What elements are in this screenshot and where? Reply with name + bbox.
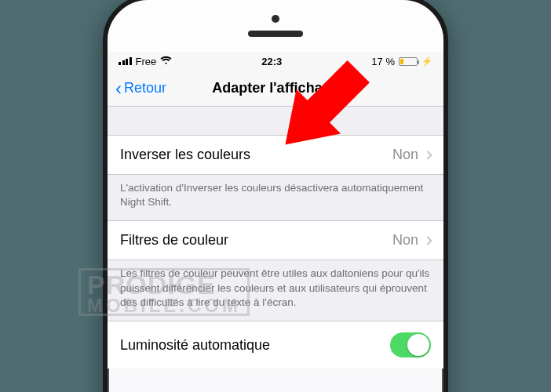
color-filters-label: Filtres de couleur [120,232,228,249]
battery-icon [399,57,418,66]
chevron-right-icon [423,236,432,245]
chevron-left-icon: ‹ [115,79,122,98]
back-label: Retour [124,80,166,96]
color-filters-value: Non [392,232,418,249]
invert-colors-value: Non [392,147,418,163]
chevron-right-icon [423,151,432,159]
wifi-icon [160,55,172,67]
charging-icon: ⚡ [421,56,432,67]
earpiece-speaker [248,31,303,37]
auto-brightness-row: Luminosité automatique [108,321,443,368]
mute-switch [103,94,104,122]
power-button [447,129,448,181]
nav-bar: ‹ Retour Adapter l'affichage [108,71,443,107]
invert-colors-label: Inverser les couleurs [120,147,250,163]
carrier-label: Free [136,56,157,67]
color-filters-footer: Les filtres de couleur peuvent être util… [108,260,443,321]
invert-colors-footer: L'activation d'Inverser les couleurs dés… [108,175,443,220]
invert-colors-row[interactable]: Inverser les couleurs Non [108,135,443,175]
signal-icon [119,57,132,65]
clock: 22:3 [261,56,282,67]
status-bar: Free 22:3 17 % ⚡ [108,52,443,71]
screen: Free 22:3 17 % ⚡ ‹ Retour Adapter l'affi… [108,52,443,368]
auto-brightness-toggle[interactable] [390,332,431,358]
back-button[interactable]: ‹ Retour [115,79,166,98]
phone-top-bezel [108,0,443,52]
color-filters-row[interactable]: Filtres de couleur Non [108,220,443,260]
volume-up-button [103,137,104,181]
front-camera [272,15,279,23]
phone-frame: Free 22:3 17 % ⚡ ‹ Retour Adapter l'affi… [103,0,448,392]
battery-percentage: 17 % [371,56,395,67]
volume-down-button [103,192,104,236]
auto-brightness-label: Luminosité automatique [120,337,270,354]
